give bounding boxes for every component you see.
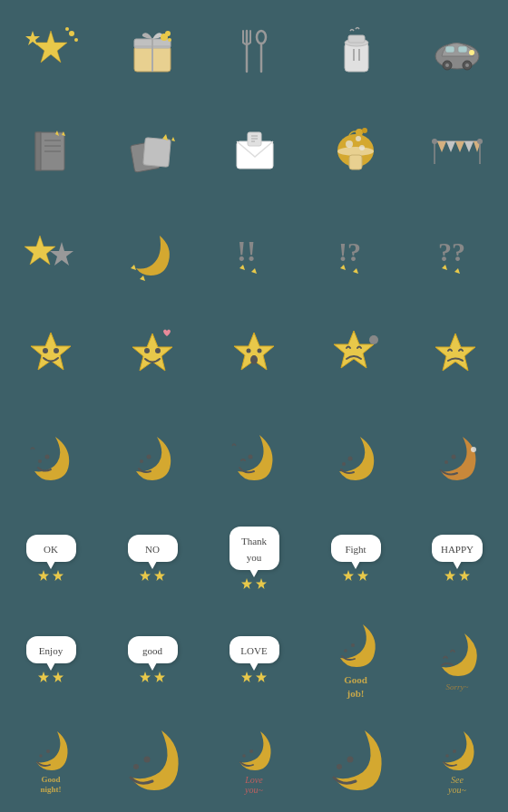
cell-book [0,102,102,203]
svg-point-51 [356,136,361,141]
svg-point-52 [356,129,363,136]
fight-bubble-container: Fight [331,535,381,582]
cell-envelope [203,102,305,203]
cell-exclaim-question: !? [305,203,406,304]
loveu-text: Loveyou~ [245,775,263,795]
cell-gift [102,0,203,102]
envelope-icon [218,116,290,188]
svg-marker-113 [154,672,165,682]
svg-marker-110 [38,672,49,682]
svg-point-2 [69,31,74,36]
sorry-label: Sorry~ [446,682,469,691]
svg-point-4 [65,27,69,31]
svg-text:??: ?? [438,237,465,266]
cell-star-sad [305,304,406,406]
cell-bubble-happy: HAPPY [406,508,508,609]
svg-text:!?: !? [338,237,361,266]
svg-point-121 [133,764,139,769]
sorry-moon [433,629,483,679]
svg-marker-106 [343,570,354,581]
goodjob-moon [331,620,381,670]
svg-marker-87 [334,331,374,368]
moon-wink-icon [218,420,290,493]
svg-point-88 [369,335,378,344]
svg-point-119 [39,754,43,758]
coffee-icon [319,14,392,87]
cell-star-surprised [203,304,305,406]
cell-bubble-no: NO [102,508,203,609]
svg-point-53 [362,128,367,133]
cell-loveu: Loveyou~ [203,710,305,812]
svg-point-122 [249,749,253,753]
fight-text: Fight [345,544,366,555]
svg-point-81 [144,348,150,353]
moon-eye-icon [421,420,493,493]
star-pair-icon [15,218,87,290]
book-icon [15,116,87,188]
svg-point-86 [250,355,258,364]
no-bubble-container: NO [128,535,178,582]
svg-point-10 [165,31,171,36]
double-question-icon: ?? [421,218,493,290]
svg-marker-114 [241,672,252,682]
svg-point-124 [347,757,354,763]
thankyou-bubble-container: Thankyou [230,527,279,590]
cell-car [406,0,508,102]
cell-coffee [305,0,406,102]
happy-text: HAPPY [441,544,474,555]
svg-point-95 [348,457,353,461]
svg-marker-77 [31,333,71,370]
cell-moon-simple [102,203,203,304]
happy-speech-bubble: HAPPY [432,535,483,562]
svg-marker-103 [154,570,165,581]
cell-seeya: Seeyou~ [406,710,508,812]
goodjob-text: Goodjob! [344,673,367,700]
cell-sorry: Sorry~ [406,609,508,710]
cell-bubble-good: good [102,609,203,710]
svg-rect-24 [458,46,467,53]
cell-double-question: ?? [406,203,508,304]
svg-point-91 [38,459,42,463]
thankyou-stars [240,577,268,590]
svg-marker-111 [53,672,64,682]
star-love-icon [116,319,189,392]
svg-marker-105 [256,578,267,589]
svg-rect-31 [35,132,41,170]
moon-plain-icon [319,420,392,493]
svg-rect-38 [142,138,171,167]
good-stars [139,671,166,683]
svg-marker-109 [459,570,470,581]
svg-point-123 [242,754,246,758]
svg-marker-73 [353,268,358,274]
svg-point-92 [147,455,151,459]
exclaim-question-icon: !? [319,218,392,290]
cell-bubble-thankyou: Thankyou [203,508,305,609]
cell-goodnight1: Goodnight! [0,710,102,812]
cell-flags [406,102,508,203]
enjoy-bubble-container: Enjoy [26,636,76,683]
moon-smirk-icon [116,420,189,493]
ok-stars [37,569,64,582]
cell-moon-smirk [102,406,203,508]
svg-point-93 [140,459,143,463]
svg-rect-23 [445,46,454,53]
cell-star-worried [406,304,508,406]
fight-stars [342,569,369,582]
svg-point-15 [257,31,266,44]
svg-marker-104 [241,578,252,589]
svg-point-26 [445,63,449,67]
cell-star-love [102,304,203,406]
cell-sparkle-stars [0,0,102,102]
svg-marker-65 [50,242,73,266]
moon-large-plain-icon [319,725,392,798]
svg-marker-67 [140,276,145,281]
sparkle-stars-icon [15,14,87,87]
gift-icon [116,14,189,87]
svg-point-125 [337,764,342,769]
love-text: LOVE [240,645,267,656]
svg-point-50 [359,145,365,150]
double-exclaim-icon: !! [218,218,290,290]
svg-point-3 [74,38,78,42]
good-text: good [142,645,162,656]
cell-double-exclaim: !! [203,203,305,304]
